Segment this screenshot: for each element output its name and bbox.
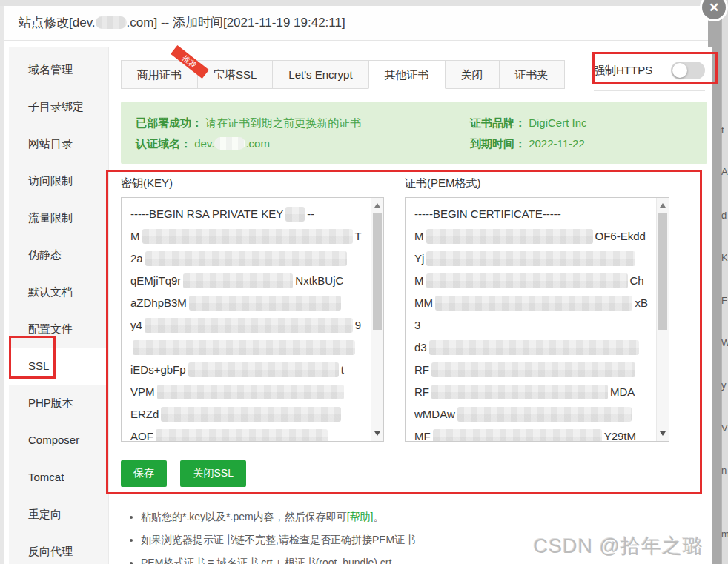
sidebar-item-tomcat[interactable]: Tomcat [9,459,108,496]
note-item: 粘贴您的*.key以及*.pem内容，然后保存即可[帮助]。 [141,511,712,524]
key-line-text: T [355,225,362,248]
sidebar-item-reverse-proxy[interactable]: 反向代理 [9,533,108,564]
sidebar-item-domain-manage[interactable]: 域名管理 [9,51,108,88]
tab-close[interactable]: 关闭 [445,60,500,89]
sidebar-item-subdir-bind[interactable]: 子目录绑定 [9,88,108,125]
edge-text-fragment: d [721,210,728,221]
pem-line-text: RF [414,381,429,403]
dialog-title-prefix: 站点修改[dev. [19,16,96,30]
scrollbar-thumb[interactable] [373,213,382,330]
textarea-scrollbar[interactable] [371,198,383,441]
pem-line-text: MM [414,292,433,314]
pem-line-text: -----BEGIN CERTIFICATE----- [414,203,561,225]
tab-lets-encrypt[interactable]: Let's Encrypt [272,60,368,89]
tab-other-cert[interactable]: 其他证书 [368,60,446,89]
scroll-down-icon[interactable] [374,431,380,436]
sidebar-item-config-file[interactable]: 配置文件 [9,311,108,348]
sidebar-item-ssl[interactable]: SSL [9,348,108,385]
edge-text-fragment: t [721,125,728,136]
sidebar-item-redirect[interactable]: 重定向 [9,496,108,533]
censor-blur [285,207,305,222]
force-https-block: 强制HTTPS [594,62,705,91]
censored-domain-blur [214,137,245,150]
sidebar: 域名管理 子目录绑定 网站目录 访问限制 流量限制 伪静态 默认文档 配置文件 … [9,47,109,564]
cert-brand-value: DigiCert Inc [529,116,586,129]
key-line-text: M [130,225,140,248]
censor-blur [188,362,339,377]
pem-line-text: Yj [414,248,424,270]
edge-text-fragment: y [721,379,728,391]
scroll-up-icon[interactable] [374,203,380,208]
auth-domain-label: 认证域名： [136,137,191,150]
tab-baota-ssl[interactable]: 宝塔SSL [197,60,273,89]
sidebar-item-php-version[interactable]: PHP版本 [9,385,108,422]
key-line-text: NxtkBUjC [295,270,343,292]
censor-blur [189,296,341,311]
csdn-watermark: CSDN @拾年之璐 [534,533,704,560]
censor-blur [142,229,353,244]
force-https-toggle[interactable] [671,62,705,79]
pem-line-text: OF6-Ekdd [595,225,646,248]
censor-blur [161,407,341,422]
note-text: 如果浏览器提示证书链不完整,请检查是否正确拼接PEM证书 [141,534,415,545]
save-button[interactable]: 保存 [121,460,167,487]
pem-line-text: xB [635,292,648,314]
note-text: 粘贴您的*.key以及*.pem内容，然后保存即可 [141,511,347,522]
key-line-text: ERZd [130,403,159,425]
help-link[interactable]: [帮助] [347,511,374,522]
tab-commercial-cert[interactable]: 商用证书 推荐 [121,60,198,89]
pem-line-text: wMDAw [414,403,455,425]
cert-input-area: 密钥(KEY) -----BEGIN RSA PRIVATE KEY-- MT … [121,164,712,442]
edge-text-fragment: F [721,295,728,306]
sidebar-item-rewrite[interactable]: 伪静态 [9,236,108,273]
sidebar-item-access-limit[interactable]: 访问限制 [9,162,108,199]
key-line-text: -- [307,203,314,225]
edge-text-fragment: W [721,337,728,348]
key-line-text: t [341,359,344,381]
pem-line-text: Y29tM [604,425,636,442]
dialog-title: 站点修改[dev..com] -- 添加时间[2021-11-19 19:42:… [4,6,708,41]
key-line-text: -----BEGIN RSA PRIVATE KEY [130,203,283,225]
sidebar-item-composer[interactable]: Composer [9,422,108,459]
sidebar-item-site-directory[interactable]: 网站目录 [9,125,108,162]
censor-blur [145,251,347,266]
edge-text-fragment: A [721,166,728,177]
note-suffix: 。 [373,511,383,522]
force-https-label: 强制HTTPS [594,64,652,78]
pem-line-text: 3 [414,314,420,336]
scroll-up-icon[interactable] [660,203,666,208]
key-line-text: y4 [130,314,142,336]
pem-line-text: M [414,225,424,248]
censor-blur [183,273,293,288]
censor-blur [156,429,328,442]
censor-blur [145,318,353,333]
sidebar-item-default-doc[interactable]: 默认文档 [9,273,108,311]
key-label: 密钥(KEY) [121,176,384,190]
censor-blur [426,229,593,244]
page-behind-top-strip [0,0,728,6]
censor-blur [157,385,344,399]
censor-blur [426,273,628,288]
textarea-scrollbar[interactable] [656,198,669,441]
pem-line-text: M [414,270,424,292]
auth-domain-suffix: .com [245,137,270,150]
scrollbar-thumb[interactable] [658,213,667,330]
close-ssl-button[interactable]: 关闭SSL [180,460,245,487]
dialog-title-suffix: .com] -- 添加时间[2021-11-19 19:42:11] [127,16,345,30]
tab-cert-folder[interactable]: 证书夹 [499,60,565,89]
censor-blur [429,340,639,355]
private-key-textarea[interactable]: -----BEGIN RSA PRIVATE KEY-- MT 2a qEMji… [121,197,384,442]
pem-line-text: Ch [630,270,644,292]
expire-time-value: 2022-11-22 [529,137,585,150]
key-line-text: aZDhpB3M [130,292,187,314]
action-buttons: 保存 关闭SSL [121,460,712,487]
pem-line-text: MF [414,425,431,442]
sidebar-item-traffic-limit[interactable]: 流量限制 [9,199,108,236]
censor-blur [457,407,632,422]
pem-line-text: d3 [414,336,427,359]
pem-label: 证书(PEM格式) [405,176,669,190]
scroll-down-icon[interactable] [660,431,666,436]
certificate-pem-textarea[interactable]: -----BEGIN CERTIFICATE----- MOF6-Ekdd Yj… [405,197,669,442]
page-scrollbar-strip[interactable] [721,0,728,564]
ssl-panel: 商用证书 推荐 宝塔SSL Let's Encrypt 其他证书 关闭 证书夹 … [109,47,712,564]
